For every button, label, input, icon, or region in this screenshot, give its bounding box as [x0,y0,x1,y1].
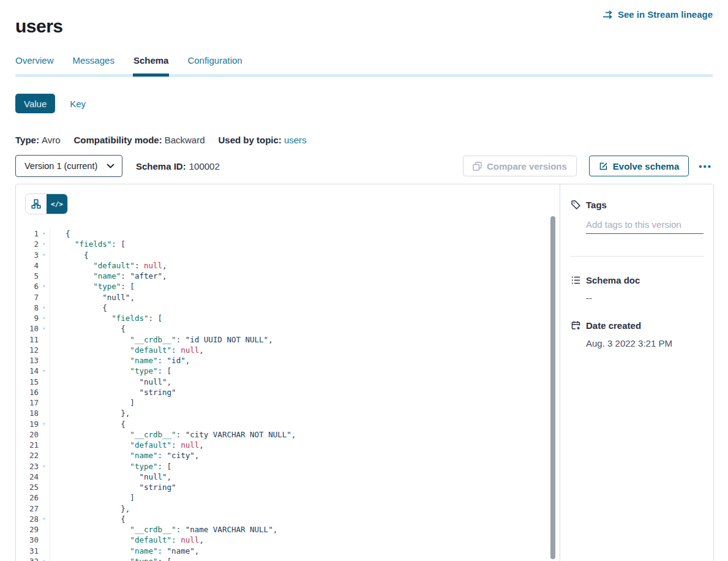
fold-arrow-icon[interactable]: ▾ [39,281,50,292]
code-text: ] [50,492,135,503]
code-text: "null", [50,472,171,482]
code-line: 9▾ "fields": [ [16,313,560,323]
line-number: 25 [16,482,39,492]
tab-overview[interactable]: Overview [15,55,54,66]
fold-arrow-icon[interactable]: ▾ [39,313,50,323]
tab-schema[interactable]: Schema [133,55,169,66]
fold-spacer [39,345,50,355]
fold-spacer [39,535,50,545]
fold-arrow-icon[interactable]: ▾ [39,250,50,260]
code-line: 2▾ "fields": [ [16,239,560,249]
code-text: { [50,323,126,334]
line-number: 21 [16,440,39,450]
line-number: 20 [16,429,39,440]
fold-spacer [39,472,50,482]
vertical-scrollbar[interactable] [550,216,555,559]
schema-doc-title: Schema doc [586,275,640,285]
code-line: 4 "default": null, [16,260,560,271]
add-tags-input[interactable] [586,219,704,234]
date-created-value: Aug. 3 2022 3:21 PM [586,338,704,348]
fold-spacer [39,260,50,271]
tab-configuration[interactable]: Configuration [187,55,242,66]
code-line: 28▾ { [16,514,560,524]
fold-spacer [39,429,50,440]
code-line: 29 "__crdb__": "name VARCHAR NULL", [16,524,560,535]
fold-arrow-icon[interactable]: ▾ [39,228,50,239]
code-view-icon: </> [51,200,63,208]
fold-arrow-icon[interactable]: ▾ [39,303,50,313]
compare-versions-button[interactable]: Compare versions [463,156,577,176]
code-view-button[interactable]: </> [47,194,67,214]
fold-arrow-icon[interactable]: ▾ [39,556,50,561]
compare-versions-icon [473,162,482,171]
type-label: Type: [15,135,39,145]
code-text: { [50,419,126,429]
line-number: 1 [16,228,39,239]
code-line: 25 "string" [16,482,560,492]
line-number: 22 [16,450,39,461]
tree-view-button[interactable] [26,194,47,214]
key-tab-button[interactable]: Key [70,99,86,109]
tags-title: Tags [586,200,607,210]
code-text: "name": "city", [50,450,199,461]
code-line: 13 "name": "id", [16,355,560,366]
code-text: "name": "id", [50,355,190,366]
fold-spacer [39,440,50,450]
line-number: 17 [16,397,39,408]
line-number: 18 [16,408,39,418]
line-number: 24 [16,472,39,482]
code-text: "fields": [ [50,313,162,323]
code-text: "null", [50,377,171,387]
line-number: 16 [16,387,39,397]
line-number: 3 [16,250,39,260]
tree-view-icon [31,199,41,209]
schema-panel: </> 1▾{2▾ "fields": [3▾ {4 "default": nu… [15,184,714,561]
line-number: 32 [16,556,39,561]
fold-arrow-icon[interactable]: ▾ [39,366,50,376]
code-line: 30 "default": null, [16,535,560,545]
fold-arrow-icon[interactable]: ▾ [39,461,50,472]
fold-arrow-icon[interactable]: ▾ [39,514,50,524]
code-text: "string" [50,482,176,492]
code-line: 32▾ "type": [ [16,556,560,561]
schema-meta-row: Type:Avro Compatibility mode:Backward Us… [15,135,307,145]
stream-lineage-link[interactable]: See in Stream lineage [602,9,713,20]
topic-link[interactable]: users [284,135,307,145]
editor-view-toggle: </> [26,194,67,214]
fold-spacer [39,334,50,345]
more-actions-button[interactable]: ••• [699,161,712,171]
code-text: { [50,303,107,313]
code-line: 10▾ { [16,323,560,334]
code-line: 5 "name": "after", [16,271,560,281]
line-number: 13 [16,355,39,366]
line-number: 30 [16,535,39,545]
evolve-schema-button[interactable]: Evolve schema [589,156,689,176]
code-text: "__crdb__": "city VARCHAR NOT NULL", [50,429,296,440]
schema-id-field: Schema ID:100002 [136,161,220,171]
fold-arrow-icon[interactable]: ▾ [39,419,50,429]
code-line: 31 "name": "name", [16,546,560,556]
code-line: 26 ] [16,492,560,503]
code-text: }, [50,408,130,418]
compatibility-value: Backward [165,135,205,145]
line-number: 28 [16,514,39,524]
fold-arrow-icon[interactable]: ▾ [39,239,50,249]
code-text: "default": null, [50,440,204,450]
fold-spacer [39,397,50,408]
code-line: 20 "__crdb__": "city VARCHAR NOT NULL", [16,429,560,440]
value-tab-button[interactable]: Value [15,94,55,113]
tab-messages[interactable]: Messages [73,55,114,66]
compatibility-label: Compatibility mode: [73,135,162,145]
fold-arrow-icon[interactable]: ▾ [39,323,50,334]
code-text: "type": [ [50,556,171,561]
tags-section-header: Tags [571,200,704,210]
line-number: 27 [16,503,39,514]
schema-doc-section-header: Schema doc [571,275,704,285]
page-title: users [15,16,63,37]
version-select[interactable]: Version 1 (current) [15,155,122,177]
sidebar-divider [571,256,704,257]
code-text: "null", [50,292,135,303]
line-number: 2 [16,239,39,249]
date-created-title: Date created [586,320,641,331]
code-area[interactable]: 1▾{2▾ "fields": [3▾ {4 "default": null,5… [16,228,560,561]
